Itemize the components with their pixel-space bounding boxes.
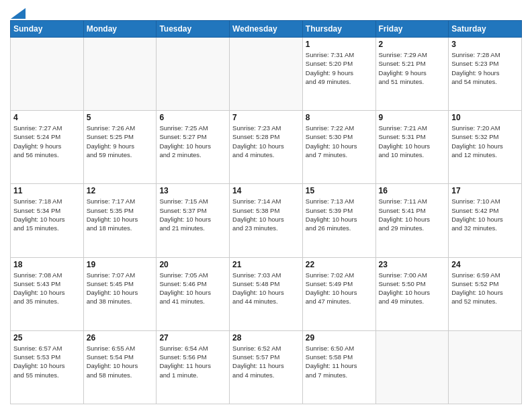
calendar-header-row: SundayMondayTuesdayWednesdayThursdayFrid… bbox=[11, 21, 522, 38]
calendar-cell: 11Sunrise: 7:18 AM Sunset: 5:34 PM Dayli… bbox=[11, 184, 84, 257]
day-info: Sunrise: 7:03 AM Sunset: 5:48 PM Dayligh… bbox=[232, 271, 300, 306]
day-number: 2 bbox=[379, 40, 446, 49]
calendar-cell: 16Sunrise: 7:11 AM Sunset: 5:41 PM Dayli… bbox=[375, 184, 449, 257]
calendar-cell: 26Sunrise: 6:55 AM Sunset: 5:54 PM Dayli… bbox=[83, 330, 157, 404]
calendar-cell bbox=[449, 330, 522, 404]
day-number: 6 bbox=[159, 113, 226, 122]
day-number: 17 bbox=[451, 186, 519, 195]
calendar-week-4: 25Sunrise: 6:57 AM Sunset: 5:53 PM Dayli… bbox=[11, 330, 522, 404]
day-number: 26 bbox=[87, 333, 154, 342]
calendar-cell: 3Sunrise: 7:28 AM Sunset: 5:23 PM Daylig… bbox=[449, 38, 522, 111]
day-info: Sunrise: 7:10 AM Sunset: 5:42 PM Dayligh… bbox=[451, 197, 519, 232]
calendar-cell bbox=[230, 38, 303, 111]
day-header-sunday: Sunday bbox=[11, 21, 84, 38]
day-header-monday: Monday bbox=[83, 21, 157, 38]
day-info: Sunrise: 6:52 AM Sunset: 5:57 PM Dayligh… bbox=[232, 344, 300, 379]
day-number: 13 bbox=[159, 186, 226, 195]
calendar-cell: 25Sunrise: 6:57 AM Sunset: 5:53 PM Dayli… bbox=[11, 330, 84, 404]
calendar-cell: 1Sunrise: 7:31 AM Sunset: 5:20 PM Daylig… bbox=[302, 38, 375, 111]
day-number: 10 bbox=[451, 113, 519, 122]
page: SundayMondayTuesdayWednesdayThursdayFrid… bbox=[0, 0, 532, 411]
day-info: Sunrise: 7:22 AM Sunset: 5:30 PM Dayligh… bbox=[306, 124, 373, 159]
day-number: 14 bbox=[232, 186, 300, 195]
calendar-cell: 19Sunrise: 7:07 AM Sunset: 5:45 PM Dayli… bbox=[83, 257, 157, 330]
day-info: Sunrise: 7:02 AM Sunset: 5:49 PM Dayligh… bbox=[306, 271, 373, 306]
calendar-cell bbox=[83, 38, 157, 111]
day-info: Sunrise: 7:23 AM Sunset: 5:28 PM Dayligh… bbox=[232, 124, 300, 159]
calendar-cell: 21Sunrise: 7:03 AM Sunset: 5:48 PM Dayli… bbox=[230, 257, 303, 330]
day-number: 12 bbox=[87, 186, 154, 195]
day-info: Sunrise: 6:59 AM Sunset: 5:52 PM Dayligh… bbox=[451, 271, 519, 306]
day-number: 28 bbox=[232, 333, 300, 342]
day-number: 11 bbox=[13, 186, 81, 195]
day-info: Sunrise: 7:08 AM Sunset: 5:43 PM Dayligh… bbox=[13, 271, 81, 306]
calendar-cell: 4Sunrise: 7:27 AM Sunset: 5:24 PM Daylig… bbox=[11, 111, 84, 184]
calendar-cell: 7Sunrise: 7:23 AM Sunset: 5:28 PM Daylig… bbox=[230, 111, 303, 184]
calendar-cell: 29Sunrise: 6:50 AM Sunset: 5:58 PM Dayli… bbox=[302, 330, 375, 404]
calendar-week-2: 11Sunrise: 7:18 AM Sunset: 5:34 PM Dayli… bbox=[11, 184, 522, 257]
day-info: Sunrise: 7:27 AM Sunset: 5:24 PM Dayligh… bbox=[13, 124, 81, 159]
day-info: Sunrise: 7:18 AM Sunset: 5:34 PM Dayligh… bbox=[13, 197, 81, 232]
day-number: 15 bbox=[306, 186, 373, 195]
calendar-cell: 5Sunrise: 7:26 AM Sunset: 5:25 PM Daylig… bbox=[83, 111, 157, 184]
day-number: 19 bbox=[87, 260, 154, 269]
day-info: Sunrise: 6:54 AM Sunset: 5:56 PM Dayligh… bbox=[159, 344, 226, 379]
calendar-cell: 23Sunrise: 7:00 AM Sunset: 5:50 PM Dayli… bbox=[375, 257, 449, 330]
logo-icon bbox=[11, 8, 26, 19]
day-header-tuesday: Tuesday bbox=[157, 21, 230, 38]
day-number: 20 bbox=[159, 260, 226, 269]
day-number: 27 bbox=[159, 333, 226, 342]
day-number: 22 bbox=[306, 260, 373, 269]
calendar-cell: 27Sunrise: 6:54 AM Sunset: 5:56 PM Dayli… bbox=[157, 330, 230, 404]
day-number: 29 bbox=[306, 333, 373, 342]
day-header-friday: Friday bbox=[375, 21, 449, 38]
day-number: 3 bbox=[451, 40, 519, 49]
day-number: 23 bbox=[379, 260, 446, 269]
day-number: 7 bbox=[232, 113, 300, 122]
day-info: Sunrise: 7:28 AM Sunset: 5:23 PM Dayligh… bbox=[451, 50, 519, 86]
calendar-cell: 20Sunrise: 7:05 AM Sunset: 5:46 PM Dayli… bbox=[157, 257, 230, 330]
calendar-cell: 18Sunrise: 7:08 AM Sunset: 5:43 PM Dayli… bbox=[11, 257, 84, 330]
day-info: Sunrise: 7:00 AM Sunset: 5:50 PM Dayligh… bbox=[379, 271, 446, 306]
day-header-wednesday: Wednesday bbox=[230, 21, 303, 38]
calendar-cell bbox=[157, 38, 230, 111]
day-info: Sunrise: 6:57 AM Sunset: 5:53 PM Dayligh… bbox=[13, 344, 81, 379]
calendar-week-1: 4Sunrise: 7:27 AM Sunset: 5:24 PM Daylig… bbox=[11, 111, 522, 184]
day-number: 8 bbox=[306, 113, 373, 122]
calendar-cell: 9Sunrise: 7:21 AM Sunset: 5:31 PM Daylig… bbox=[375, 111, 449, 184]
logo bbox=[10, 7, 26, 16]
day-number: 5 bbox=[87, 113, 154, 122]
day-info: Sunrise: 7:13 AM Sunset: 5:39 PM Dayligh… bbox=[306, 197, 373, 232]
calendar-cell: 15Sunrise: 7:13 AM Sunset: 5:39 PM Dayli… bbox=[302, 184, 375, 257]
day-number: 18 bbox=[13, 260, 81, 269]
day-info: Sunrise: 7:05 AM Sunset: 5:46 PM Dayligh… bbox=[159, 271, 226, 306]
day-number: 4 bbox=[13, 113, 81, 122]
calendar-cell bbox=[375, 330, 449, 404]
calendar-cell: 22Sunrise: 7:02 AM Sunset: 5:49 PM Dayli… bbox=[302, 257, 375, 330]
header bbox=[10, 7, 522, 16]
day-info: Sunrise: 7:31 AM Sunset: 5:20 PM Dayligh… bbox=[306, 50, 373, 86]
calendar-cell: 12Sunrise: 7:17 AM Sunset: 5:35 PM Dayli… bbox=[83, 184, 157, 257]
day-number: 1 bbox=[306, 40, 373, 49]
day-info: Sunrise: 6:50 AM Sunset: 5:58 PM Dayligh… bbox=[306, 344, 373, 379]
day-info: Sunrise: 7:21 AM Sunset: 5:31 PM Dayligh… bbox=[379, 124, 446, 159]
calendar-cell: 14Sunrise: 7:14 AM Sunset: 5:38 PM Dayli… bbox=[230, 184, 303, 257]
day-info: Sunrise: 7:20 AM Sunset: 5:32 PM Dayligh… bbox=[451, 124, 519, 159]
day-info: Sunrise: 6:55 AM Sunset: 5:54 PM Dayligh… bbox=[87, 344, 154, 379]
calendar-cell: 13Sunrise: 7:15 AM Sunset: 5:37 PM Dayli… bbox=[157, 184, 230, 257]
day-number: 24 bbox=[451, 260, 519, 269]
day-info: Sunrise: 7:17 AM Sunset: 5:35 PM Dayligh… bbox=[87, 197, 154, 232]
calendar-cell: 2Sunrise: 7:29 AM Sunset: 5:21 PM Daylig… bbox=[375, 38, 449, 111]
calendar-cell: 24Sunrise: 6:59 AM Sunset: 5:52 PM Dayli… bbox=[449, 257, 522, 330]
calendar-table: SundayMondayTuesdayWednesdayThursdayFrid… bbox=[10, 20, 522, 404]
day-number: 25 bbox=[13, 333, 81, 342]
calendar-cell: 8Sunrise: 7:22 AM Sunset: 5:30 PM Daylig… bbox=[302, 111, 375, 184]
calendar-week-0: 1Sunrise: 7:31 AM Sunset: 5:20 PM Daylig… bbox=[11, 38, 522, 111]
day-number: 21 bbox=[232, 260, 300, 269]
calendar-cell bbox=[11, 38, 84, 111]
day-info: Sunrise: 7:25 AM Sunset: 5:27 PM Dayligh… bbox=[159, 124, 226, 159]
day-info: Sunrise: 7:15 AM Sunset: 5:37 PM Dayligh… bbox=[159, 197, 226, 232]
day-info: Sunrise: 7:26 AM Sunset: 5:25 PM Dayligh… bbox=[87, 124, 154, 159]
calendar-cell: 28Sunrise: 6:52 AM Sunset: 5:57 PM Dayli… bbox=[230, 330, 303, 404]
calendar-week-3: 18Sunrise: 7:08 AM Sunset: 5:43 PM Dayli… bbox=[11, 257, 522, 330]
